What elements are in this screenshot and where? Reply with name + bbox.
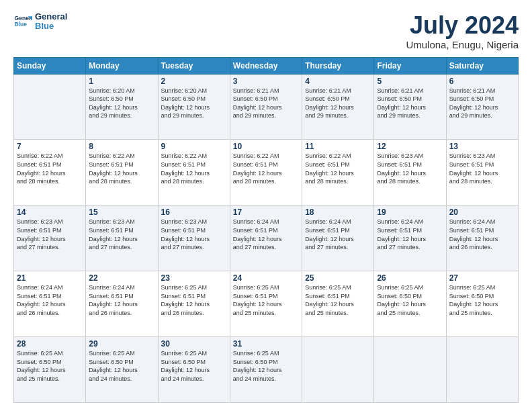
day-info: Sunrise: 6:24 AMSunset: 6:51 PMDaylight:… [305, 218, 371, 251]
day-number: 5 [377, 77, 443, 86]
calendar-day-cell: 1Sunrise: 6:20 AMSunset: 6:50 PMDaylight… [86, 74, 158, 140]
calendar-day-cell: 23Sunrise: 6:25 AMSunset: 6:51 PMDayligh… [158, 271, 230, 337]
day-number: 1 [89, 77, 154, 86]
calendar-day-cell: 27Sunrise: 6:25 AMSunset: 6:50 PMDayligh… [446, 271, 518, 337]
calendar-day-cell: 26Sunrise: 6:25 AMSunset: 6:50 PMDayligh… [374, 271, 446, 337]
day-number: 29 [89, 339, 154, 349]
calendar-day-cell: 22Sunrise: 6:24 AMSunset: 6:51 PMDayligh… [86, 271, 158, 337]
calendar-day-cell: 19Sunrise: 6:24 AMSunset: 6:51 PMDayligh… [374, 205, 446, 271]
calendar-day-cell: 18Sunrise: 6:24 AMSunset: 6:51 PMDayligh… [302, 205, 374, 271]
day-number: 28 [17, 339, 83, 349]
day-info: Sunrise: 6:22 AMSunset: 6:51 PMDaylight:… [305, 152, 371, 185]
day-info: Sunrise: 6:24 AMSunset: 6:51 PMDaylight:… [233, 218, 299, 251]
logo-line1: General [35, 12, 67, 21]
day-number: 21 [17, 273, 83, 283]
calendar-day-cell [302, 337, 374, 403]
day-info: Sunrise: 6:22 AMSunset: 6:51 PMDaylight:… [233, 152, 299, 185]
day-number: 10 [233, 142, 299, 151]
day-number: 31 [233, 339, 299, 349]
day-info: Sunrise: 6:22 AMSunset: 6:51 PMDaylight:… [161, 152, 227, 185]
calendar-table: SundayMondayTuesdayWednesdayThursdayFrid… [13, 57, 519, 403]
calendar-week-row: 21Sunrise: 6:24 AMSunset: 6:51 PMDayligh… [14, 271, 519, 337]
title-block: July 2024 Umulona, Enugu, Nigeria [406, 12, 519, 50]
logo: General Blue General Blue [13, 12, 67, 32]
day-info: Sunrise: 6:23 AMSunset: 6:51 PMDaylight:… [449, 152, 515, 185]
day-info: Sunrise: 6:21 AMSunset: 6:50 PMDaylight:… [233, 87, 299, 120]
calendar-week-row: 1Sunrise: 6:20 AMSunset: 6:50 PMDaylight… [14, 74, 519, 140]
logo-line2: Blue [35, 21, 67, 31]
day-info: Sunrise: 6:23 AMSunset: 6:51 PMDaylight:… [161, 218, 227, 251]
svg-text:General: General [15, 15, 32, 21]
day-info: Sunrise: 6:21 AMSunset: 6:50 PMDaylight:… [305, 87, 371, 120]
calendar-week-row: 7Sunrise: 6:22 AMSunset: 6:51 PMDaylight… [14, 140, 519, 205]
calendar-week-row: 28Sunrise: 6:25 AMSunset: 6:50 PMDayligh… [14, 337, 519, 403]
header: General Blue General Blue July 2024 Umul… [13, 12, 519, 50]
day-info: Sunrise: 6:25 AMSunset: 6:50 PMDaylight:… [89, 349, 154, 383]
calendar-day-cell: 17Sunrise: 6:24 AMSunset: 6:51 PMDayligh… [230, 205, 302, 271]
day-number: 24 [233, 273, 299, 283]
calendar-day-cell: 2Sunrise: 6:20 AMSunset: 6:50 PMDaylight… [158, 74, 230, 140]
day-number: 4 [305, 77, 371, 86]
calendar-header-saturday: Saturday [446, 57, 518, 74]
day-number: 22 [89, 273, 154, 283]
calendar-day-cell: 14Sunrise: 6:23 AMSunset: 6:51 PMDayligh… [14, 205, 86, 271]
calendar-day-cell: 29Sunrise: 6:25 AMSunset: 6:50 PMDayligh… [86, 337, 158, 403]
page: General Blue General Blue July 2024 Umul… [0, 0, 532, 411]
day-info: Sunrise: 6:25 AMSunset: 6:50 PMDaylight:… [17, 349, 83, 383]
calendar-header-friday: Friday [374, 57, 446, 74]
day-number: 30 [161, 339, 227, 349]
day-info: Sunrise: 6:21 AMSunset: 6:50 PMDaylight:… [449, 87, 515, 120]
day-number: 9 [161, 142, 227, 151]
calendar-day-cell: 24Sunrise: 6:25 AMSunset: 6:51 PMDayligh… [230, 271, 302, 337]
logo-icon: General Blue [13, 12, 32, 31]
day-number: 11 [305, 142, 371, 151]
day-number: 23 [161, 273, 227, 283]
day-number: 13 [449, 142, 515, 151]
day-info: Sunrise: 6:22 AMSunset: 6:51 PMDaylight:… [17, 152, 83, 185]
calendar-day-cell [446, 337, 518, 403]
day-number: 17 [233, 208, 299, 217]
day-number: 19 [377, 208, 443, 217]
calendar-day-cell: 21Sunrise: 6:24 AMSunset: 6:51 PMDayligh… [14, 271, 86, 337]
day-number: 18 [305, 208, 371, 217]
day-number: 27 [449, 273, 515, 283]
calendar-day-cell: 7Sunrise: 6:22 AMSunset: 6:51 PMDaylight… [14, 140, 86, 205]
calendar-header-thursday: Thursday [302, 57, 374, 74]
day-info: Sunrise: 6:25 AMSunset: 6:51 PMDaylight:… [233, 283, 299, 317]
calendar-day-cell: 5Sunrise: 6:21 AMSunset: 6:50 PMDaylight… [374, 74, 446, 140]
calendar-day-cell [14, 74, 86, 140]
calendar-day-cell: 3Sunrise: 6:21 AMSunset: 6:50 PMDaylight… [230, 74, 302, 140]
calendar-day-cell: 11Sunrise: 6:22 AMSunset: 6:51 PMDayligh… [302, 140, 374, 205]
calendar-header-monday: Monday [86, 57, 158, 74]
calendar-header-row: SundayMondayTuesdayWednesdayThursdayFrid… [14, 57, 519, 74]
day-number: 20 [449, 208, 515, 217]
calendar-day-cell [374, 337, 446, 403]
calendar-day-cell: 30Sunrise: 6:25 AMSunset: 6:50 PMDayligh… [158, 337, 230, 403]
calendar-header-tuesday: Tuesday [158, 57, 230, 74]
day-info: Sunrise: 6:25 AMSunset: 6:51 PMDaylight:… [161, 283, 227, 317]
calendar-day-cell: 15Sunrise: 6:23 AMSunset: 6:51 PMDayligh… [86, 205, 158, 271]
calendar-day-cell: 10Sunrise: 6:22 AMSunset: 6:51 PMDayligh… [230, 140, 302, 205]
calendar-day-cell: 9Sunrise: 6:22 AMSunset: 6:51 PMDaylight… [158, 140, 230, 205]
calendar-day-cell: 28Sunrise: 6:25 AMSunset: 6:50 PMDayligh… [14, 337, 86, 403]
main-title: July 2024 [406, 12, 519, 39]
calendar-day-cell: 6Sunrise: 6:21 AMSunset: 6:50 PMDaylight… [446, 74, 518, 140]
day-number: 8 [89, 142, 154, 151]
day-info: Sunrise: 6:23 AMSunset: 6:51 PMDaylight:… [89, 218, 154, 251]
subtitle: Umulona, Enugu, Nigeria [406, 39, 519, 50]
calendar-header-sunday: Sunday [14, 57, 86, 74]
day-info: Sunrise: 6:24 AMSunset: 6:51 PMDaylight:… [377, 218, 443, 251]
day-info: Sunrise: 6:25 AMSunset: 6:51 PMDaylight:… [305, 283, 371, 317]
day-number: 12 [377, 142, 443, 151]
day-info: Sunrise: 6:25 AMSunset: 6:50 PMDaylight:… [377, 283, 443, 317]
calendar-day-cell: 16Sunrise: 6:23 AMSunset: 6:51 PMDayligh… [158, 205, 230, 271]
day-info: Sunrise: 6:24 AMSunset: 6:51 PMDaylight:… [17, 283, 83, 317]
day-number: 15 [89, 208, 154, 217]
calendar-day-cell: 4Sunrise: 6:21 AMSunset: 6:50 PMDaylight… [302, 74, 374, 140]
day-number: 2 [161, 77, 227, 86]
day-info: Sunrise: 6:25 AMSunset: 6:50 PMDaylight:… [449, 283, 515, 317]
day-info: Sunrise: 6:24 AMSunset: 6:51 PMDaylight:… [89, 283, 154, 317]
day-info: Sunrise: 6:23 AMSunset: 6:51 PMDaylight:… [377, 152, 443, 185]
calendar-day-cell: 20Sunrise: 6:24 AMSunset: 6:51 PMDayligh… [446, 205, 518, 271]
day-info: Sunrise: 6:21 AMSunset: 6:50 PMDaylight:… [377, 87, 443, 120]
